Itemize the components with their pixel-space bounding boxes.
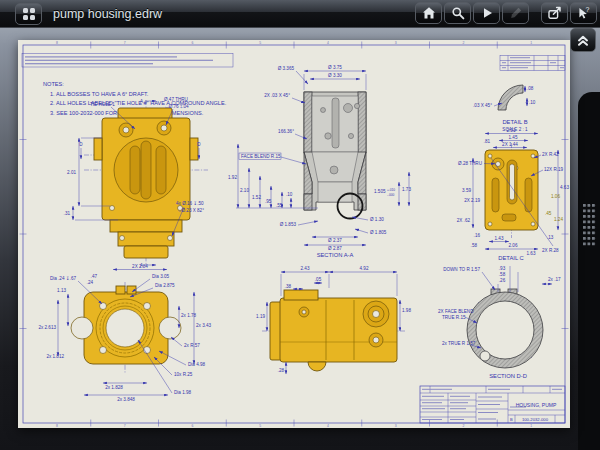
dim-label: 2.43 [301, 266, 310, 271]
dim-label: 1.52 [252, 195, 261, 200]
note-line: 1. ALL BOSSES TO HAVE A 6° DRAFT. [50, 91, 149, 97]
zone-number: 2 [462, 41, 464, 45]
share-icon [547, 6, 562, 20]
dim-label: 1.63 [527, 251, 536, 256]
part-title: HOUSING, PUMP [516, 402, 557, 408]
sheet-size: B [510, 417, 513, 422]
zone-number: 4 [327, 41, 329, 45]
zone-number: 8 [56, 424, 58, 428]
dim-label: 166.36° [278, 129, 294, 134]
dim-label: FACE BLEND R.15 [241, 154, 281, 159]
dim-label: 2X R.28 [542, 248, 559, 253]
dim-label: 1.45 [509, 135, 518, 140]
dim-label: Ø 1.853 [280, 222, 297, 227]
dim-label: 2.01 [507, 128, 516, 133]
dim-label: 1.43 [495, 236, 504, 241]
dim-label: 2x 3.43 [196, 323, 212, 328]
tolerance-block [22, 54, 233, 68]
view-label: SECTION A-A [317, 252, 354, 258]
dim-label: 4x Ø.16 ↧.50 [176, 201, 204, 206]
flange-view: 2X 2.84 .47 .24 Dia 3.05 Dia 2.875 Dia .… [38, 264, 211, 402]
dim-label: 1.505 [374, 189, 386, 194]
dim-label: 2X FACE BLEND [438, 309, 474, 314]
zone-number: 3 [395, 424, 397, 428]
drawing-number: 100-2032-000 [522, 417, 549, 422]
home-button[interactable] [415, 2, 442, 24]
dim-label: 2x 2.613 [38, 325, 56, 330]
view-label: SECTION D-D [489, 373, 527, 379]
play-animation-button[interactable] [473, 2, 500, 24]
dim-label: Dia 4.98 [188, 362, 206, 367]
dim-label: 2X 2.19 [464, 198, 480, 203]
dim-label: 1.19 [256, 314, 265, 319]
detail-c-view: 2.01 1.45 2X 1.44 .81 Ø.28 THRU 3.59 2X … [457, 128, 570, 261]
dim-label: Ø.47 THRU [164, 97, 188, 102]
zone-number: 7 [124, 41, 126, 45]
dim-label: .03 X 45° [473, 103, 492, 108]
dim-label: 12X R.19 [544, 167, 564, 172]
dim-label: Ø 3.75 [328, 65, 342, 70]
dim-label: 2x TRUE R 1.57 [442, 341, 476, 346]
dim-label: .55 [276, 203, 283, 208]
zone-number: 6 [191, 41, 193, 45]
front-view: TIE HOLE 1 Ø.47 THRU ⌴Ø.76 ↧.04 A A D D … [64, 97, 208, 268]
toolbar-actions: ? [413, 2, 597, 24]
dim-label: TRUE R.15 [442, 315, 466, 320]
dim-label: Ø 2.87 [328, 246, 342, 251]
dim-label: 2x 3.848 [117, 397, 135, 402]
dim-label: TIE HOLE 1 [90, 102, 115, 107]
dim-label: 1.98 [402, 308, 411, 313]
grip-dots [583, 204, 596, 248]
toolbar: pump housing.edrw [0, 0, 600, 28]
share-button[interactable] [541, 2, 568, 24]
files-grid-button[interactable] [15, 3, 42, 25]
dim-label: 1.06 [551, 194, 560, 199]
help-pointer-button[interactable]: ? [570, 2, 597, 24]
markup-pen-icon [509, 6, 523, 20]
zone-number: 5 [259, 41, 261, 45]
dim-label: 2X 1.44 [502, 142, 518, 147]
zone-number: 1 [530, 424, 532, 428]
dim-label: .58 [471, 243, 478, 248]
dim-label: Ø.28 THRU [458, 161, 482, 166]
play-icon [480, 6, 494, 20]
dim-label: -.000 [387, 193, 394, 197]
zone-number: 1 [530, 41, 532, 45]
dim-label: ⌴Ø.76 ↧.04 [165, 104, 189, 109]
magnifier-icon [451, 6, 465, 20]
dim-label: 2.10 [240, 188, 249, 193]
dim-label: Ø 3.30 [328, 73, 342, 78]
pointer-help-icon: ? [576, 6, 591, 20]
zone-number: 4 [327, 424, 329, 428]
drawing-sheet[interactable]: 8 7 6 5 4 3 2 1 8 7 6 5 4 3 2 1 [18, 40, 570, 428]
grid-icon [23, 8, 35, 20]
dim-label: 2x R.57 [184, 343, 200, 348]
dim-label: 1.73 [402, 187, 411, 192]
dim-label: .95 [265, 199, 272, 204]
dim-label: 4.92 [360, 266, 369, 271]
zoom-button[interactable] [444, 2, 471, 24]
svg-text:?: ? [586, 6, 590, 13]
note-line: 2. ALL HOLES LABELED "TIE HOLE #" HAVE A… [50, 100, 227, 106]
dim-label: Dia 3.05 [152, 274, 170, 279]
dim-label: .81 [484, 139, 491, 144]
dim-label: 2X 2.84 [132, 264, 148, 269]
home-icon [422, 6, 436, 20]
view-label: DETAIL B [502, 119, 527, 125]
dim-label: .93 [499, 266, 506, 271]
edrawings-app: pump housing.edrw [0, 0, 600, 450]
dim-label: Dia 1.98 [174, 390, 192, 395]
section-dd-view: DOWN TO R 1.57 .93 .58 .26 2x .17 2X FAC… [438, 266, 561, 379]
dim-label: DOWN TO R 1.57 [443, 267, 480, 272]
collapse-panel-button[interactable] [570, 28, 596, 52]
dim-label: .05 [315, 277, 322, 282]
dim-label: 4.63 [560, 185, 569, 190]
dim-label: .47 [91, 274, 98, 279]
markup-button-disabled[interactable] [502, 2, 529, 24]
dim-label: .24 [87, 280, 94, 285]
dim-label: .10 [529, 100, 536, 105]
dim-label: 2.06 [509, 243, 518, 248]
detail-b-view: .08 .10 .03 X 45° DETAIL B SCALE 2 : 1 [473, 85, 536, 132]
dim-label: .45 [545, 211, 552, 216]
zone-number: 5 [259, 424, 261, 428]
